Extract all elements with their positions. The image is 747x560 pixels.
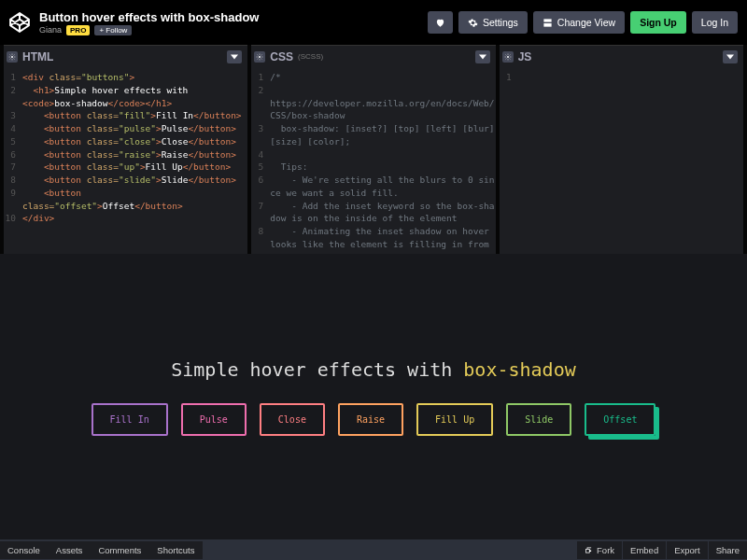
login-button[interactable]: Log In: [692, 11, 738, 34]
signup-button[interactable]: Sign Up: [630, 11, 686, 34]
svg-point-2: [11, 56, 13, 58]
preview-area: Simple hover effects with box-shadow Fil…: [0, 254, 747, 539]
css-collapse-button[interactable]: [475, 50, 490, 63]
top-bar: Button hover effects with box-shadow Gia…: [0, 0, 747, 45]
preview-heading: Simple hover effects with box-shadow: [171, 358, 576, 381]
css-code[interactable]: 1/*2https://developer.mozilla.org/en/doc…: [251, 67, 495, 254]
change-view-button[interactable]: Change View: [533, 11, 625, 34]
footer-console-tab[interactable]: Console: [0, 541, 49, 559]
js-code[interactable]: 1: [500, 67, 743, 254]
js-pane-title: JS: [518, 50, 532, 63]
js-settings-icon[interactable]: [502, 51, 514, 63]
demo-fill-button[interactable]: Fill In: [92, 403, 168, 436]
settings-button[interactable]: Settings: [458, 11, 528, 34]
js-collapse-button[interactable]: [723, 50, 738, 63]
title-block: Button hover effects with box-shadow Gia…: [39, 10, 418, 35]
gear-icon: [468, 18, 478, 28]
html-code[interactable]: 1<div class="buttons">2 <h1>Simple hover…: [4, 67, 247, 254]
demo-up-button[interactable]: Fill Up: [416, 403, 493, 436]
pen-title: Button hover effects with box-shadow: [39, 10, 418, 24]
svg-point-3: [259, 56, 261, 58]
demo-close-button[interactable]: Close: [260, 403, 325, 436]
css-pane: CSS (SCSS) 1/*2https://developer.mozilla…: [251, 45, 495, 254]
top-actions: Settings Change View Sign Up Log In: [428, 11, 738, 34]
heart-icon: [435, 18, 445, 28]
pro-badge: PRO: [66, 25, 90, 35]
footer-bar: ConsoleAssetsCommentsShortcuts ForkEmbed…: [0, 539, 747, 560]
svg-rect-1: [543, 22, 551, 26]
layout-icon: [543, 18, 553, 28]
html-collapse-button[interactable]: [227, 50, 242, 63]
html-settings-icon[interactable]: [7, 51, 18, 63]
css-pane-title: CSS: [270, 50, 293, 63]
css-settings-icon[interactable]: [254, 51, 265, 63]
svg-rect-0: [543, 19, 551, 21]
demo-offset-button[interactable]: Offset: [585, 403, 655, 436]
heart-button[interactable]: [428, 11, 453, 34]
footer-embed-button[interactable]: Embed: [622, 541, 666, 559]
footer-comments-tab[interactable]: Comments: [91, 541, 149, 559]
demo-buttons: Fill InPulseCloseRaiseFill UpSlideOffset: [92, 403, 656, 436]
footer-shortcuts-tab[interactable]: Shortcuts: [149, 541, 203, 559]
html-pane-title: HTML: [22, 50, 53, 63]
demo-raise-button[interactable]: Raise: [338, 403, 403, 436]
codepen-logo-icon[interactable]: [9, 12, 30, 33]
css-pane-sub: (SCSS): [298, 52, 323, 61]
footer-assets-tab[interactable]: Assets: [49, 541, 92, 559]
footer-share-button[interactable]: Share: [708, 541, 747, 559]
html-pane: HTML 1<div class="buttons">2 <h1>Simple …: [4, 45, 247, 254]
svg-point-4: [507, 56, 509, 58]
footer-fork-button[interactable]: Fork: [576, 541, 622, 559]
follow-button[interactable]: + Follow: [94, 25, 132, 35]
demo-slide-button[interactable]: Slide: [506, 403, 571, 436]
footer-export-button[interactable]: Export: [666, 541, 707, 559]
author-name[interactable]: Giana: [39, 25, 62, 35]
editor-row: HTML 1<div class="buttons">2 <h1>Simple …: [0, 45, 747, 254]
demo-pulse-button[interactable]: Pulse: [181, 403, 247, 436]
js-pane: JS 1: [500, 45, 743, 254]
fork-icon: [585, 546, 593, 554]
